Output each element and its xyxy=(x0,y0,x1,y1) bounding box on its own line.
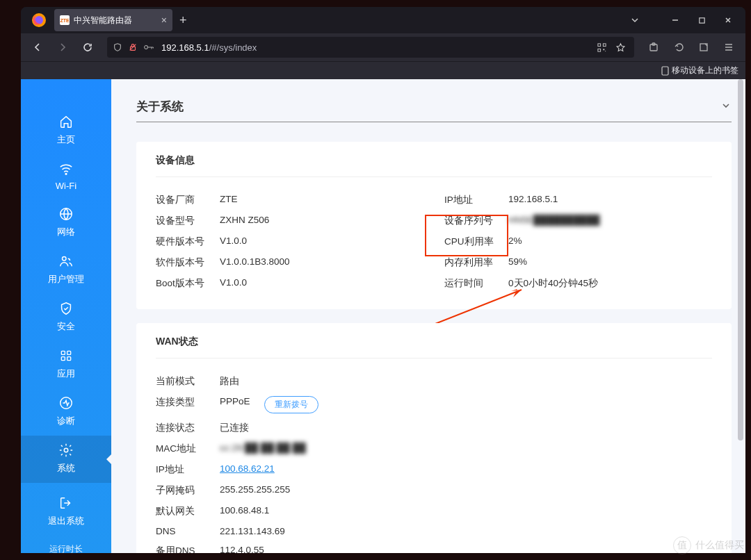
firefox-logo-icon xyxy=(31,12,47,28)
tabs-dropdown-icon[interactable] xyxy=(622,7,648,33)
info-value: V1.0.0.1B3.8000 xyxy=(220,256,290,269)
info-label: 设备型号 xyxy=(156,215,220,227)
info-row: 备用DNS112.4.0.55 xyxy=(156,541,712,553)
new-tab-button[interactable]: + xyxy=(179,13,187,28)
chevron-down-icon[interactable] xyxy=(720,100,732,114)
info-row: DNS221.131.143.69 xyxy=(156,522,712,541)
watermark: 值 什么值得买 xyxy=(673,536,744,554)
qr-icon[interactable] xyxy=(597,42,607,53)
clip-button[interactable] xyxy=(693,36,715,58)
reload-button[interactable] xyxy=(76,36,99,58)
lock-insecure-icon[interactable] xyxy=(128,42,138,52)
tab-title: 中兴智能路由器 xyxy=(74,15,132,26)
redial-button[interactable]: 重新拨号 xyxy=(264,396,318,413)
info-row: 设备序列号HN5E██████████ xyxy=(444,211,712,231)
logout-icon xyxy=(58,495,74,511)
nav-back-button[interactable] xyxy=(26,36,49,58)
info-value: 2% xyxy=(508,236,522,248)
svg-rect-19 xyxy=(67,351,71,354)
page-body: 主页 Wi-Fi 网络 用户管理 安全 应用 xyxy=(21,79,745,553)
browser-tab[interactable]: ZTE 中兴智能路由器 × xyxy=(54,9,172,31)
shield-icon[interactable] xyxy=(113,42,122,52)
sidebar-item-diagnose[interactable]: 诊断 xyxy=(21,388,111,436)
info-label: IP地址 xyxy=(156,463,220,476)
url-bar[interactable]: 192.168.5.1/#/sys/index xyxy=(107,37,634,58)
bookmarks-bar: 移动设备上的书签 xyxy=(21,61,745,79)
info-row: IP地址192.168.5.1 xyxy=(444,190,712,211)
info-value: ZTE xyxy=(220,194,238,206)
info-label: 连接类型 xyxy=(156,396,220,413)
info-value: 112.4.0.55 xyxy=(220,545,264,553)
info-label: 设备序列号 xyxy=(444,215,508,227)
scrollbar[interactable] xyxy=(737,79,744,553)
info-label: Boot版本号 xyxy=(156,277,220,290)
key-icon[interactable] xyxy=(143,42,154,52)
info-row: 默认网关100.68.48.1 xyxy=(156,501,712,522)
info-value: PPPoE xyxy=(220,396,250,413)
window-minimize-button[interactable] xyxy=(662,7,688,33)
info-row: 设备型号ZXHN Z506 xyxy=(156,211,423,231)
info-label: 运行时间 xyxy=(444,277,508,290)
svg-point-22 xyxy=(60,397,72,409)
sidebar-item-apps[interactable]: 应用 xyxy=(21,341,111,388)
section-header[interactable]: 关于系统 xyxy=(136,99,732,122)
info-label: CPU利用率 xyxy=(444,236,508,248)
sidebar-uptime: 运行时长 0天0小时40分 xyxy=(40,543,92,553)
scrollbar-thumb[interactable] xyxy=(738,79,743,440)
info-value: 路由 xyxy=(220,375,239,388)
sidebar-item-network[interactable]: 网络 xyxy=(21,199,111,247)
app-menu-button[interactable] xyxy=(718,36,740,58)
shield-check-icon xyxy=(58,301,74,316)
sidebar-item-users[interactable]: 用户管理 xyxy=(21,247,111,294)
mobile-icon xyxy=(661,66,669,76)
info-label: 内存利用率 xyxy=(444,256,508,269)
info-label: 备用DNS xyxy=(156,545,220,553)
bookmark-mobile[interactable]: 移动设备上的书签 xyxy=(661,65,738,76)
sidebar-item-wifi[interactable]: Wi-Fi xyxy=(21,154,111,199)
device-info-card: 设备信息 设备厂商ZTE设备型号ZXHN Z506硬件版本号V1.0.0软件版本… xyxy=(136,142,732,309)
info-value[interactable]: 100.68.62.21 xyxy=(220,463,275,476)
users-icon xyxy=(58,254,74,269)
info-label: 设备厂商 xyxy=(156,194,220,206)
svg-rect-10 xyxy=(605,51,606,51)
info-row: IP地址100.68.62.21 xyxy=(156,459,712,480)
info-value: 0天0小时40分钟45秒 xyxy=(508,277,598,290)
sidebar-item-security[interactable]: 安全 xyxy=(21,294,111,341)
info-row: 当前模式路由 xyxy=(156,371,712,392)
svg-rect-2 xyxy=(699,17,704,22)
info-row: Boot版本号V1.0.0 xyxy=(156,273,423,294)
svg-rect-8 xyxy=(598,49,601,51)
info-label: 软件版本号 xyxy=(156,256,220,269)
bookmark-star-icon[interactable] xyxy=(615,42,626,53)
svg-point-15 xyxy=(65,173,67,174)
url-text: 192.168.5.1/#/sys/index xyxy=(161,42,590,53)
window-close-button[interactable] xyxy=(715,7,741,33)
svg-rect-21 xyxy=(67,357,71,361)
svg-rect-14 xyxy=(662,67,668,75)
main-content: 关于系统 设备信息 设备厂商ZTE设备型号ZXHN Z506硬件版本号V1.0.… xyxy=(111,79,745,553)
undo-closed-tab-button[interactable] xyxy=(668,36,690,58)
watermark-icon: 值 xyxy=(673,536,691,554)
info-value: 192.168.5.1 xyxy=(508,194,558,206)
svg-rect-7 xyxy=(603,43,606,46)
info-row: 设备厂商ZTE xyxy=(156,190,423,211)
info-value: V1.0.0 xyxy=(220,277,247,290)
sidebar-logout[interactable]: 退出系统 xyxy=(21,488,111,536)
info-label: 硬件版本号 xyxy=(156,236,220,248)
diagnose-icon xyxy=(58,395,74,411)
svg-rect-9 xyxy=(603,49,604,50)
apps-icon xyxy=(59,348,73,363)
sidebar-item-system[interactable]: 系统 xyxy=(21,436,111,483)
card-title: 设备信息 xyxy=(156,154,712,177)
svg-point-17 xyxy=(63,257,67,261)
nav-forward-button[interactable] xyxy=(51,36,74,58)
extension-button[interactable] xyxy=(643,36,665,58)
info-label: IP地址 xyxy=(444,194,508,206)
window-maximize-button[interactable] xyxy=(688,7,715,33)
tab-close-icon[interactable]: × xyxy=(161,15,167,26)
info-label: DNS xyxy=(156,526,220,536)
info-label: 子网掩码 xyxy=(156,484,220,497)
svg-rect-20 xyxy=(61,357,65,361)
info-row: 连接类型PPPoE重新拨号 xyxy=(156,392,712,418)
sidebar-item-home[interactable]: 主页 xyxy=(21,107,111,154)
